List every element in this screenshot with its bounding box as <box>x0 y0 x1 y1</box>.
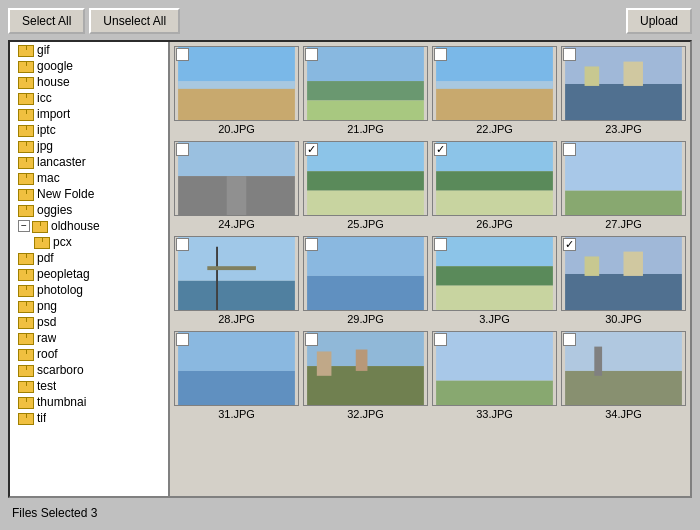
image-thumbnail[interactable] <box>561 331 686 406</box>
sidebar-item[interactable]: oggies <box>10 202 168 218</box>
sidebar-item[interactable]: test <box>10 378 168 394</box>
image-thumbnail[interactable] <box>432 331 557 406</box>
image-cell: 23.JPG <box>561 46 686 137</box>
image-checkbox[interactable] <box>176 48 189 61</box>
image-checkbox[interactable] <box>176 143 189 156</box>
image-filename: 32.JPG <box>303 406 428 422</box>
image-checkbox[interactable] <box>434 143 447 156</box>
image-cell: 28.JPG <box>174 236 299 327</box>
svg-rect-23 <box>565 191 682 215</box>
svg-rect-34 <box>565 274 682 310</box>
image-filename: 23.JPG <box>561 121 686 137</box>
image-checkbox[interactable] <box>434 333 447 346</box>
image-checkbox[interactable] <box>305 333 318 346</box>
select-all-button[interactable]: Select All <box>8 8 85 34</box>
sidebar-item-label: house <box>37 75 70 89</box>
sidebar-item[interactable]: google <box>10 58 168 74</box>
image-checkbox[interactable] <box>434 48 447 61</box>
sidebar-item[interactable]: iptc <box>10 122 168 138</box>
sidebar-item[interactable]: jpg <box>10 138 168 154</box>
sidebar-item[interactable]: png <box>10 298 168 314</box>
sidebar-item[interactable]: mac <box>10 170 168 186</box>
unselect-all-button[interactable]: Unselect All <box>89 8 180 34</box>
image-filename: 3.JPG <box>432 311 557 327</box>
main-container: Select All Unselect All Upload gifgoogle… <box>0 0 700 530</box>
sidebar-item[interactable]: lancaster <box>10 154 168 170</box>
image-thumbnail[interactable] <box>174 141 299 216</box>
image-cell: 29.JPG <box>303 236 428 327</box>
image-thumbnail[interactable] <box>432 46 557 121</box>
folder-icon <box>32 219 48 233</box>
sidebar-item[interactable]: photolog <box>10 282 168 298</box>
folder-icon <box>34 235 50 249</box>
svg-rect-20 <box>436 171 553 190</box>
sidebar-item[interactable]: pdf <box>10 250 168 266</box>
svg-rect-44 <box>436 381 553 405</box>
folder-icon <box>18 107 34 121</box>
image-thumbnail[interactable] <box>174 46 299 121</box>
sidebar-item[interactable]: New Folde <box>10 186 168 202</box>
image-thumbnail[interactable] <box>561 141 686 216</box>
folder-icon <box>18 267 34 281</box>
folder-icon <box>18 43 34 57</box>
image-thumbnail[interactable] <box>432 141 557 216</box>
image-cell: 25.JPG <box>303 141 428 232</box>
svg-rect-2 <box>178 81 295 89</box>
upload-button[interactable]: Upload <box>626 8 692 34</box>
image-thumbnail[interactable] <box>303 46 428 121</box>
sidebar-item[interactable]: psd <box>10 314 168 330</box>
sidebar-item[interactable]: icc <box>10 90 168 106</box>
expand-icon[interactable]: − <box>18 220 30 232</box>
sidebar-item-label: lancaster <box>37 155 86 169</box>
svg-rect-17 <box>307 171 424 190</box>
image-checkbox[interactable] <box>305 238 318 251</box>
sidebar-item[interactable]: thumbnai <box>10 394 168 410</box>
sidebar-item[interactable]: peopletag <box>10 266 168 282</box>
image-checkbox[interactable] <box>563 48 576 61</box>
image-checkbox[interactable] <box>434 238 447 251</box>
sidebar-item[interactable]: −oldhouse <box>10 218 168 234</box>
svg-rect-42 <box>356 350 368 371</box>
image-checkbox[interactable] <box>305 48 318 61</box>
svg-rect-4 <box>307 81 424 100</box>
image-checkbox[interactable] <box>305 143 318 156</box>
image-filename: 22.JPG <box>432 121 557 137</box>
folder-icon <box>18 171 34 185</box>
image-thumbnail[interactable] <box>174 236 299 311</box>
svg-rect-18 <box>307 191 424 215</box>
sidebar-item[interactable]: house <box>10 74 168 90</box>
sidebar-item[interactable]: raw <box>10 330 168 346</box>
image-thumbnail[interactable] <box>303 236 428 311</box>
sidebar[interactable]: gifgooglehouseiccimportiptcjpglancasterm… <box>10 42 170 496</box>
image-thumbnail[interactable] <box>174 331 299 406</box>
image-thumbnail[interactable] <box>432 236 557 311</box>
sidebar-item-label: thumbnai <box>37 395 86 409</box>
sidebar-item[interactable]: roof <box>10 346 168 362</box>
image-thumbnail[interactable] <box>303 331 428 406</box>
svg-rect-3 <box>307 47 424 81</box>
image-checkbox[interactable] <box>563 238 576 251</box>
image-checkbox[interactable] <box>176 333 189 346</box>
svg-rect-13 <box>178 142 295 176</box>
sidebar-item-label: icc <box>37 91 52 105</box>
image-checkbox[interactable] <box>563 143 576 156</box>
folder-icon <box>18 155 34 169</box>
sidebar-item[interactable]: tif <box>10 410 168 426</box>
svg-rect-35 <box>585 256 600 275</box>
image-cell: 21.JPG <box>303 46 428 137</box>
image-grid-container[interactable]: 20.JPG21.JPG22.JPG23.JPG24.JPG25.JPG26.J… <box>170 42 690 496</box>
image-thumbnail[interactable] <box>561 236 686 311</box>
image-thumbnail[interactable] <box>303 141 428 216</box>
image-filename: 34.JPG <box>561 406 686 422</box>
image-cell: 32.JPG <box>303 331 428 422</box>
sidebar-item[interactable]: pcx <box>10 234 168 250</box>
folder-icon <box>18 123 34 137</box>
image-checkbox[interactable] <box>176 238 189 251</box>
sidebar-item-label: gif <box>37 43 50 57</box>
sidebar-item[interactable]: scarboro <box>10 362 168 378</box>
sidebar-item[interactable]: import <box>10 106 168 122</box>
sidebar-item[interactable]: gif <box>10 42 168 58</box>
image-checkbox[interactable] <box>563 333 576 346</box>
image-thumbnail[interactable] <box>561 46 686 121</box>
sidebar-item-label: New Folde <box>37 187 94 201</box>
